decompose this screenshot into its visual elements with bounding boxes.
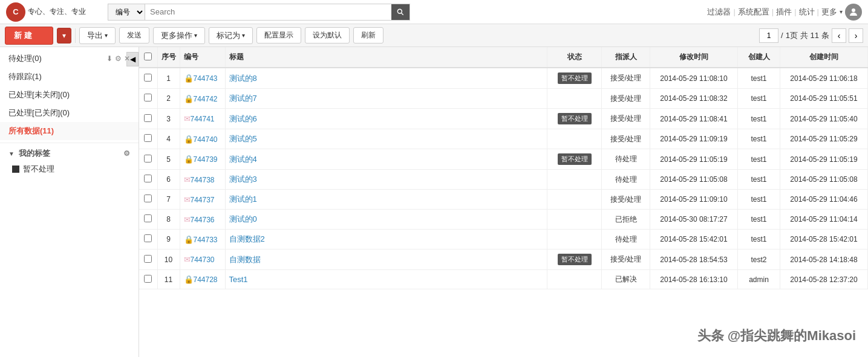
sidebar-item-tracking[interactable]: 待跟踪(1) <box>0 68 139 86</box>
ticket-title-link[interactable]: 测试的8 <box>229 74 257 83</box>
row-num: 11 <box>157 270 180 289</box>
prev-page-button[interactable]: ‹ <box>832 28 846 43</box>
row-checkbox[interactable] <box>144 214 152 222</box>
nav-stats[interactable]: 统计 <box>799 7 815 18</box>
ticket-title-link[interactable]: 测试的5 <box>229 134 257 143</box>
th-creator: 创建人 <box>738 47 780 68</box>
new-dropdown-button[interactable]: ▾ <box>57 28 71 43</box>
ticket-id-link[interactable]: 744737 <box>191 196 215 204</box>
ticket-title-link[interactable]: 测试的0 <box>229 214 257 224</box>
ticket-id-link[interactable]: 744730 <box>191 256 215 264</box>
ticket-title-link[interactable]: 自测数据 <box>229 255 261 264</box>
row-checkbox-cell <box>139 149 157 170</box>
lock-icon: 🔒 <box>184 155 194 164</box>
send-button[interactable]: 发送 <box>119 27 149 43</box>
refresh-button[interactable]: 刷新 <box>353 27 383 43</box>
row-checkbox[interactable] <box>144 234 152 242</box>
row-checkbox[interactable] <box>144 155 152 162</box>
mail-icon: ✉ <box>184 215 191 224</box>
row-creator: test1 <box>738 109 780 129</box>
ticket-title-link[interactable]: 测试的4 <box>229 155 257 164</box>
row-title: 自测数据 <box>225 249 547 270</box>
row-checkbox-cell <box>139 230 157 249</box>
new-button[interactable]: 新 建 <box>5 27 53 45</box>
table-row: 1 🔒744743 测试的8 暂不处理 接受/处理 2014-05-29 11:… <box>139 68 868 89</box>
tag-item-suspend[interactable]: 暂不处理 <box>0 161 139 177</box>
nav-filter[interactable]: 过滤器 <box>707 7 731 18</box>
search-type-select[interactable]: 编号 标题 <box>108 4 145 20</box>
ticket-id-link[interactable]: 744740 <box>194 135 218 144</box>
th-checkbox <box>139 47 157 68</box>
search-button[interactable] <box>391 4 410 20</box>
row-checkbox[interactable] <box>144 255 152 263</box>
row-checkbox[interactable] <box>144 114 152 122</box>
sidebar-item-all[interactable]: 所有数据(11) <box>0 122 139 140</box>
tag-color <box>12 166 19 173</box>
ticket-id-link[interactable]: 744738 <box>191 176 215 184</box>
svg-line-1 <box>401 13 403 14</box>
sidebar-item-handled-closed[interactable]: 已处理[已关闭](0) <box>0 104 139 122</box>
delete-icon[interactable]: ✕ <box>124 54 130 63</box>
export-button[interactable]: 导出▾ <box>79 27 116 44</box>
table-row: 3 ✉744741 测试的6 暂不处理 接受/处理 2014-05-29 11:… <box>139 109 868 129</box>
ticket-id-link[interactable]: 744733 <box>194 236 218 244</box>
settings-icon[interactable]: ⚙ <box>115 54 122 63</box>
row-status <box>547 210 602 230</box>
search-input[interactable] <box>145 4 391 20</box>
ticket-title-link[interactable]: 测试的7 <box>229 94 257 103</box>
sidebar: ◀ 待处理(0) ⬇ ⚙ ✕ 待跟踪(1) 已处理[未关闭](0) 已处理[已关… <box>0 47 139 357</box>
avatar[interactable] <box>845 4 862 21</box>
ticket-id-link[interactable]: 744736 <box>191 216 215 224</box>
select-all-checkbox[interactable] <box>144 53 152 60</box>
ticket-id-link[interactable]: 744743 <box>194 74 218 83</box>
ticket-title-link[interactable]: 测试的1 <box>229 195 257 204</box>
mark-as-button[interactable]: 标记为▾ <box>209 27 253 44</box>
nav-sysconfig[interactable]: 系统配置 <box>738 7 769 18</box>
tag-settings-icon[interactable]: ⚙ <box>123 149 130 158</box>
row-assign: 待处理 <box>602 230 650 249</box>
ticket-id-link[interactable]: 744741 <box>191 115 215 123</box>
status-badge: 暂不处理 <box>558 113 592 124</box>
row-num: 5 <box>157 149 180 170</box>
ticket-id-link[interactable]: 744728 <box>194 275 218 284</box>
row-created: 2014-05-29 11:04:14 <box>780 210 868 230</box>
nav-plugins[interactable]: 插件 <box>776 7 792 18</box>
row-checkbox[interactable] <box>144 74 152 82</box>
row-id: ✉744741 <box>180 109 225 129</box>
row-creator: test1 <box>738 129 780 149</box>
row-checkbox[interactable] <box>144 195 152 202</box>
download-icon[interactable]: ⬇ <box>106 54 113 63</box>
pagination: / 1页 共 11 条 ‹ › <box>759 28 863 43</box>
row-checkbox-cell <box>139 68 157 89</box>
config-display-button[interactable]: 配置显示 <box>256 27 301 43</box>
row-checkbox-cell <box>139 89 157 109</box>
set-default-button[interactable]: 设为默认 <box>305 27 350 43</box>
row-checkbox-cell <box>139 270 157 289</box>
row-checkbox-cell <box>139 129 157 149</box>
page-input[interactable] <box>759 28 778 43</box>
ticket-title-link[interactable]: 测试的6 <box>229 114 257 123</box>
sidebar-item-pending[interactable]: 待处理(0) ⬇ ⚙ ✕ <box>0 50 139 68</box>
row-title: 测试的1 <box>225 190 547 210</box>
sidebar-item-handled-open[interactable]: 已处理[未关闭](0) <box>0 86 139 104</box>
nav-more[interactable]: 更多 <box>821 7 837 18</box>
tickets-table: 序号 编号 标题 状态 指派人 修改时间 创建人 创建时间 1 🔒744743 … <box>139 47 868 289</box>
ticket-id-link[interactable]: 744739 <box>194 155 218 164</box>
next-page-button[interactable]: › <box>849 28 863 43</box>
ticket-title-link[interactable]: 测试的3 <box>229 175 257 184</box>
row-checkbox[interactable] <box>144 94 152 101</box>
ticket-id-link[interactable]: 744742 <box>194 95 218 103</box>
row-creator: test1 <box>738 210 780 230</box>
row-created: 2014-05-29 11:05:40 <box>780 109 868 129</box>
row-checkbox[interactable] <box>144 275 152 283</box>
ticket-title-link[interactable]: 自测数据2 <box>229 234 265 243</box>
row-num: 2 <box>157 89 180 109</box>
row-num: 1 <box>157 68 180 89</box>
more-ops-button[interactable]: 更多操作▾ <box>153 27 205 44</box>
row-creator: test1 <box>738 149 780 170</box>
row-created: 2014-05-29 11:04:46 <box>780 190 868 210</box>
row-checkbox[interactable] <box>144 134 152 142</box>
row-checkbox[interactable] <box>144 175 152 182</box>
table-row: 5 🔒744739 测试的4 暂不处理 待处理 2014-05-29 11:05… <box>139 149 868 170</box>
ticket-title-link[interactable]: Test1 <box>229 275 248 284</box>
